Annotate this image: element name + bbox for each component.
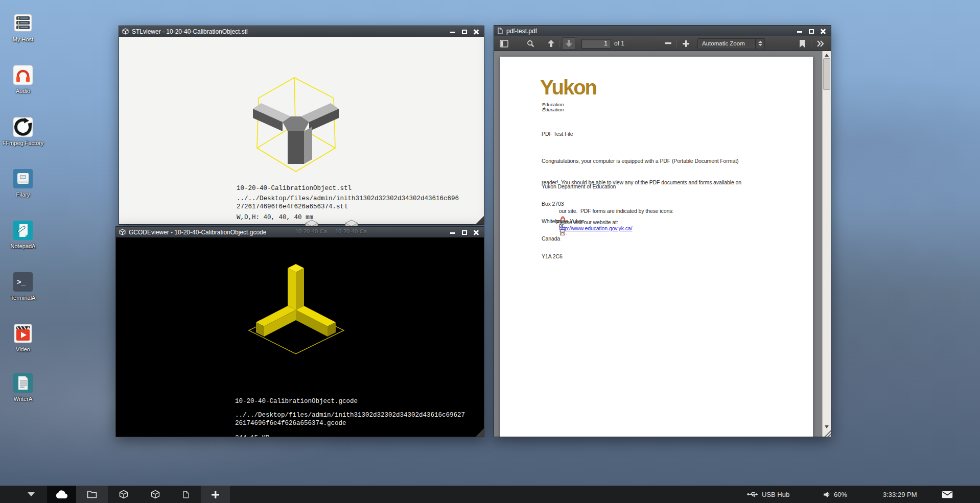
folder-icon xyxy=(87,490,97,498)
headphones-icon xyxy=(12,64,34,86)
maximize-icon xyxy=(462,230,467,235)
gcode-path-line1: ../../Desktop/files/admin/inith31302d323… xyxy=(235,412,465,419)
window-title: GCODEviewer - 10-20-40-CalibrationObject… xyxy=(129,229,266,236)
taskbar-stlviewer-button[interactable] xyxy=(108,486,139,503)
stlviewer-window: STLviewer - 10-20-40-CalibrationObject.s… xyxy=(119,26,484,225)
desktop-icon-video[interactable]: Video xyxy=(0,323,46,353)
resize-grip[interactable] xyxy=(476,428,484,437)
previous-page-button[interactable] xyxy=(544,37,557,50)
volume-status[interactable]: 60% xyxy=(824,486,847,503)
pdf-viewer-window: pdf-test.pdf xyxy=(494,25,831,437)
mail-status[interactable] xyxy=(942,486,953,503)
envelope-icon xyxy=(942,491,953,498)
desktop-icon-writera[interactable]: WriterA xyxy=(0,372,46,402)
next-page-button[interactable] xyxy=(562,37,575,50)
toolbar-separator xyxy=(811,39,811,47)
minimize-button[interactable] xyxy=(796,28,803,34)
volume-label: 60% xyxy=(834,491,847,498)
clock-label: 3:33:29 PM xyxy=(883,491,917,498)
cube-icon xyxy=(151,490,160,499)
arrow-down-icon xyxy=(566,40,572,47)
stl-3d-render xyxy=(246,71,348,184)
maximize-button[interactable] xyxy=(461,29,468,35)
plus-icon xyxy=(212,491,219,498)
pdf-titlebar[interactable]: pdf-test.pdf xyxy=(494,26,831,36)
gcode-render-area[interactable]: 10-20-40-CalibrationObject.gcode ../../D… xyxy=(116,237,484,437)
zoom-select-value: Automatic Zoom xyxy=(698,40,755,46)
minimize-icon xyxy=(450,32,455,33)
terminal-glyph: >_ xyxy=(17,278,26,286)
maximize-button[interactable] xyxy=(808,28,815,34)
book-icon xyxy=(12,168,34,189)
desktop-icon-label: My Host xyxy=(0,36,46,43)
minimize-button[interactable] xyxy=(449,29,456,35)
desktop-icon-ffmpeg-factory[interactable]: FFmpeg Factory xyxy=(0,116,46,147)
desktop-icon-my-host[interactable]: My Host xyxy=(0,13,46,43)
taskbar-cloud-button[interactable] xyxy=(47,486,76,503)
bookmark-icon xyxy=(799,40,805,47)
chevron-down-icon xyxy=(28,492,35,496)
resize-grip[interactable] xyxy=(823,428,831,437)
stl-render-area[interactable]: 10-20-40-CalibrationObject.stl ../../Des… xyxy=(119,37,484,224)
desktop-icon-audio[interactable]: Audio xyxy=(0,64,46,94)
plus-icon xyxy=(683,40,689,47)
zoom-in-button[interactable] xyxy=(679,37,692,50)
search-icon xyxy=(527,40,534,47)
website-link[interactable]: http://www.education.gov.yk.ca/ xyxy=(559,225,632,231)
desktop-icon-terminala[interactable]: >_ TerminalA xyxy=(0,271,46,301)
stlviewer-titlebar[interactable]: STLviewer - 10-20-40-CalibrationObject.s… xyxy=(119,26,484,37)
doc-website-line: Please visit our website at: http://www.… xyxy=(542,213,632,237)
desktop: My Host Audio FFmpeg Factory Fil xyxy=(0,0,980,503)
taskbar-add-button[interactable] xyxy=(201,486,230,503)
bookmark-button[interactable] xyxy=(796,37,809,50)
recycle-arrows-icon xyxy=(12,116,34,138)
gcode-path-line2: 26174696f6e4f626a656374.gcode xyxy=(235,420,346,427)
maximize-icon xyxy=(462,30,467,34)
toolbar-separator xyxy=(559,39,560,47)
address-line: Y1A 2C6 xyxy=(542,254,616,259)
minus-icon xyxy=(665,42,671,44)
pdf-toolbar: of 1 Automatic Zoom xyxy=(494,36,831,51)
taskbar-pdfviewer-button[interactable] xyxy=(171,486,201,503)
terminal-prompt-icon: >_ xyxy=(12,271,34,293)
notepad-pencil-icon xyxy=(12,220,34,241)
logo-subtitle-fr: Éducation xyxy=(542,107,564,112)
close-button[interactable] xyxy=(473,229,480,235)
pdf-content-area[interactable]: Yukon Education Éducation PDF Test File … xyxy=(494,51,831,437)
desktop-icon-filary[interactable]: Filary xyxy=(0,168,46,198)
sidebar-toggle-button[interactable] xyxy=(497,37,510,50)
pdf-page: Yukon Education Éducation PDF Test File … xyxy=(500,57,813,437)
search-button[interactable] xyxy=(524,37,537,50)
clapperboard-play-icon xyxy=(12,323,34,344)
gcode-filesize: 244.15 KB xyxy=(235,435,270,437)
desktop-icon-notepada[interactable]: NotepadA xyxy=(0,220,46,250)
show-desktop-button[interactable] xyxy=(19,486,43,503)
close-button[interactable] xyxy=(473,29,480,35)
usb-status[interactable]: USB Hub xyxy=(747,486,789,503)
scrollbar-thumb[interactable] xyxy=(823,58,830,90)
gcode-3d-render xyxy=(241,258,363,375)
clock[interactable]: 3:33:29 PM xyxy=(883,486,917,503)
vertical-scrollbar[interactable] xyxy=(822,51,831,437)
taskbar-files-button[interactable] xyxy=(76,486,108,503)
page-number-input[interactable] xyxy=(581,39,611,49)
scroll-up-icon[interactable] xyxy=(825,54,829,57)
taskbar-gcodeviewer-button[interactable] xyxy=(139,486,171,503)
resize-grip[interactable] xyxy=(476,216,484,224)
address-line: Yukon Department of Education xyxy=(542,184,616,189)
doc-paragraph-line1: Congratulations, your computer is equipp… xyxy=(542,157,741,164)
cube-icon xyxy=(119,229,126,235)
more-tools-button[interactable] xyxy=(813,37,827,50)
double-chevron-right-icon xyxy=(816,40,824,47)
zoom-out-button[interactable] xyxy=(661,37,674,50)
close-button[interactable] xyxy=(820,28,827,34)
stl-path-line1: ../../Desktop/files/admin/inith31302d323… xyxy=(237,195,459,202)
maximize-button[interactable] xyxy=(461,229,468,235)
writer-document-icon xyxy=(12,372,34,394)
zoom-select[interactable]: Automatic Zoom xyxy=(697,38,765,49)
minimize-button[interactable] xyxy=(449,229,456,235)
website-label: Please visit our website at: xyxy=(556,219,618,225)
usb-label: USB Hub xyxy=(762,491,789,498)
pdf-document-icon xyxy=(182,490,190,499)
toolbar-separator xyxy=(676,39,677,47)
